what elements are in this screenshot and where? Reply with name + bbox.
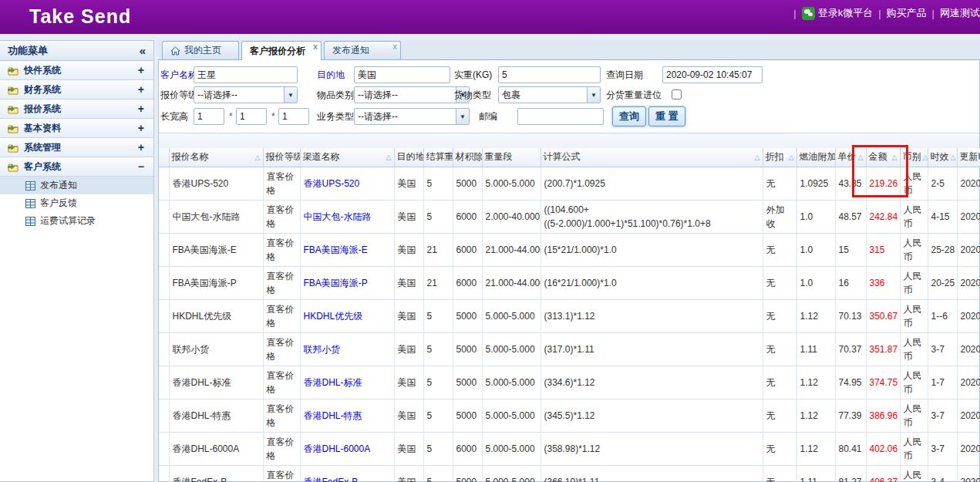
channel-link[interactable]: 香港FedEx-B: [304, 477, 359, 482]
plus-icon[interactable]: +: [138, 122, 144, 134]
sidebar-item-4[interactable]: 系统管理+: [0, 138, 153, 157]
sort-icon[interactable]: △: [385, 153, 392, 161]
column-header-2[interactable]: 报价等级△: [263, 148, 300, 167]
cell-weight: 21: [423, 266, 453, 299]
top-link-login[interactable]: 登录k微平台: [802, 6, 874, 20]
plus-icon[interactable]: +: [138, 141, 144, 153]
query-date-input[interactable]: [662, 66, 763, 83]
cell-name: FBA美国海派-E: [169, 233, 263, 266]
top-link-speed[interactable]: 网速测试: [940, 6, 980, 20]
dropdown-arrow-icon[interactable]: ▼: [456, 109, 469, 124]
dropdown-arrow-icon[interactable]: ▼: [587, 87, 600, 103]
close-icon[interactable]: x: [313, 42, 318, 51]
column-header-1[interactable]: 报价名称△: [169, 148, 263, 167]
sidebar-item-0[interactable]: 快件系统+: [0, 61, 153, 80]
sort-icon[interactable]: △: [787, 153, 794, 161]
cell-fuel: 1.12: [796, 299, 835, 332]
tab-label: 发布通知: [332, 44, 369, 57]
channel-link[interactable]: 中国大包-水陆路: [304, 211, 372, 222]
plus-icon[interactable]: +: [138, 64, 144, 76]
cell-dest: 美国: [394, 432, 423, 465]
sidebar-item-1[interactable]: 财务系统+: [0, 80, 153, 99]
channel-link[interactable]: 香港DHL-特惠: [304, 410, 362, 421]
tab-active[interactable]: 客户报价分析x: [241, 41, 322, 60]
sidebar-subitem-0[interactable]: 发布通知: [0, 177, 153, 194]
round-weight-checkbox[interactable]: [672, 89, 682, 99]
sort-icon[interactable]: △: [921, 153, 928, 161]
tab-label: 我的主页: [184, 44, 221, 57]
column-header-3[interactable]: 渠道名称△: [300, 148, 394, 167]
column-header-10[interactable]: 燃油附加费△: [796, 148, 835, 167]
channel-link[interactable]: 香港DHL-6000A: [304, 443, 371, 454]
column-header-6[interactable]: 材积除△: [453, 148, 482, 167]
cell-updated: 2020: [957, 233, 980, 266]
channel-link[interactable]: FBA美国海派-E: [304, 244, 368, 255]
column-header-15[interactable]: 更新时间: [957, 148, 980, 167]
cell-discount: 无: [763, 266, 796, 299]
reset-button[interactable]: 重 置: [648, 106, 685, 126]
channel-link[interactable]: 香港DHL-标准: [304, 377, 362, 388]
column-header-label: 折扣: [766, 150, 784, 163]
column-header-14[interactable]: 时效△: [928, 148, 957, 167]
quote-level-select[interactable]: --请选择--▼: [194, 86, 298, 103]
cargo-type-select[interactable]: 包裹▼: [498, 86, 601, 103]
minus-icon[interactable]: −: [138, 160, 144, 173]
sidebar-item-5[interactable]: 客户系统−: [0, 157, 153, 177]
item-category-select[interactable]: --请选择--▼: [354, 86, 470, 103]
destination-input[interactable]: [354, 66, 450, 83]
column-header-8[interactable]: 计算公式△: [541, 148, 763, 167]
cell-days: 2-5: [928, 167, 957, 200]
cell-days: 20-25: [928, 266, 957, 299]
cell-range: 5.000-5.000: [482, 332, 541, 366]
collapse-sidebar-icon[interactable]: «: [140, 44, 146, 57]
column-header-4[interactable]: 目的地△: [394, 148, 423, 167]
plus-icon[interactable]: +: [138, 103, 144, 115]
sort-icon[interactable]: △: [891, 153, 897, 161]
cell-selector: [159, 266, 169, 299]
customer-name-input[interactable]: [194, 66, 298, 83]
height-input[interactable]: [278, 108, 309, 125]
column-header-7[interactable]: 重量段: [482, 148, 541, 167]
cell-updated: 2020: [957, 399, 980, 432]
tab-bar: 我的主页客户报价分析x发布通知x: [158, 40, 980, 60]
length-input[interactable]: [194, 108, 224, 125]
sort-icon[interactable]: △: [254, 153, 261, 161]
sort-icon[interactable]: △: [857, 153, 864, 161]
channel-link[interactable]: 香港UPS-520: [304, 178, 360, 189]
cell-amount: 350.67: [866, 299, 900, 332]
column-header-13[interactable]: 币别△: [900, 148, 928, 167]
sidebar-subitem-2[interactable]: 运费试算记录: [0, 212, 153, 230]
tab-other[interactable]: 发布通知x: [324, 41, 401, 59]
column-header-11[interactable]: 单价△: [835, 148, 866, 167]
column-header-0[interactable]: [159, 148, 169, 167]
cell-weight: 5: [423, 332, 453, 366]
column-header-9[interactable]: 折扣△: [763, 148, 796, 167]
search-button[interactable]: 查询: [612, 106, 646, 126]
sidebar-item-3[interactable]: 基本资料+: [0, 119, 153, 138]
column-header-12[interactable]: 金额△: [866, 148, 900, 167]
channel-link[interactable]: HKDHL优先级: [304, 311, 363, 322]
postcode-input[interactable]: [517, 108, 604, 125]
width-input[interactable]: [236, 108, 267, 125]
dims-separator: *: [229, 108, 233, 125]
top-link-buy[interactable]: 购买产品: [887, 6, 927, 20]
close-icon[interactable]: x: [393, 42, 398, 51]
sidebar-item-2[interactable]: 报价系统+: [0, 99, 153, 119]
cell-channel: HKDHL优先级: [300, 299, 394, 332]
plus-icon[interactable]: +: [138, 83, 144, 96]
cell-range: 5.000-5.000: [482, 399, 541, 432]
sort-icon[interactable]: △: [753, 153, 760, 161]
channel-link[interactable]: FBA美国海派-P: [304, 278, 368, 288]
sort-icon[interactable]: △: [949, 153, 956, 161]
dropdown-arrow-icon[interactable]: ▼: [284, 87, 297, 103]
weight-input[interactable]: [498, 66, 601, 83]
sidebar-subitem-1[interactable]: 客户反馈: [0, 194, 153, 212]
column-header-5[interactable]: 结算重△: [423, 148, 453, 167]
sidebar: 功能菜单 « 快件系统+财务系统+报价系统+基本资料+系统管理+客户系统−发布通…: [0, 40, 154, 482]
round-weight-label: 分货重量进位: [606, 86, 662, 103]
grid-icon: [25, 217, 35, 226]
business-type-select[interactable]: --请选择--▼: [354, 108, 470, 125]
channel-link[interactable]: 联邦小货: [304, 344, 341, 355]
cell-volume: 5000: [453, 332, 482, 366]
tab-home[interactable]: 我的主页: [162, 41, 239, 59]
